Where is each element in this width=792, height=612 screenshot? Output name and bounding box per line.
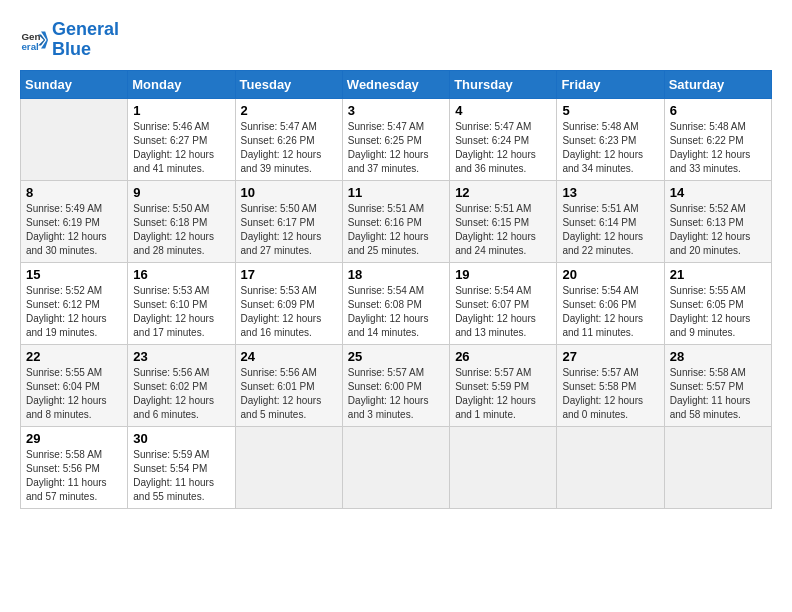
day-number: 27: [562, 349, 658, 364]
day-info: Sunrise: 5:46 AMSunset: 6:27 PMDaylight:…: [133, 120, 229, 176]
calendar-cell: [235, 426, 342, 508]
day-number: 3: [348, 103, 444, 118]
day-number: 24: [241, 349, 337, 364]
weekday-header-wednesday: Wednesday: [342, 70, 449, 98]
logo-text-line2: Blue: [52, 40, 119, 60]
day-number: 10: [241, 185, 337, 200]
svg-text:eral: eral: [21, 41, 39, 52]
day-info: Sunrise: 5:51 AMSunset: 6:15 PMDaylight:…: [455, 202, 551, 258]
calendar-cell: 27Sunrise: 5:57 AMSunset: 5:58 PMDayligh…: [557, 344, 664, 426]
calendar-week-row: 22Sunrise: 5:55 AMSunset: 6:04 PMDayligh…: [21, 344, 772, 426]
day-number: 16: [133, 267, 229, 282]
weekday-header-tuesday: Tuesday: [235, 70, 342, 98]
day-number: 25: [348, 349, 444, 364]
calendar-week-row: 8Sunrise: 5:49 AMSunset: 6:19 PMDaylight…: [21, 180, 772, 262]
day-number: 20: [562, 267, 658, 282]
logo-text-line1: General: [52, 20, 119, 40]
day-info: Sunrise: 5:58 AMSunset: 5:56 PMDaylight:…: [26, 448, 122, 504]
day-number: 9: [133, 185, 229, 200]
day-number: 23: [133, 349, 229, 364]
day-number: 8: [26, 185, 122, 200]
day-info: Sunrise: 5:52 AMSunset: 6:13 PMDaylight:…: [670, 202, 766, 258]
day-number: 22: [26, 349, 122, 364]
calendar-cell: 20Sunrise: 5:54 AMSunset: 6:06 PMDayligh…: [557, 262, 664, 344]
day-info: Sunrise: 5:50 AMSunset: 6:18 PMDaylight:…: [133, 202, 229, 258]
calendar-cell: [342, 426, 449, 508]
calendar-cell: 22Sunrise: 5:55 AMSunset: 6:04 PMDayligh…: [21, 344, 128, 426]
day-number: 28: [670, 349, 766, 364]
day-info: Sunrise: 5:54 AMSunset: 6:07 PMDaylight:…: [455, 284, 551, 340]
day-info: Sunrise: 5:53 AMSunset: 6:10 PMDaylight:…: [133, 284, 229, 340]
day-number: 12: [455, 185, 551, 200]
calendar-cell: 30Sunrise: 5:59 AMSunset: 5:54 PMDayligh…: [128, 426, 235, 508]
day-info: Sunrise: 5:51 AMSunset: 6:14 PMDaylight:…: [562, 202, 658, 258]
day-info: Sunrise: 5:47 AMSunset: 6:24 PMDaylight:…: [455, 120, 551, 176]
calendar-cell: 12Sunrise: 5:51 AMSunset: 6:15 PMDayligh…: [450, 180, 557, 262]
weekday-header-saturday: Saturday: [664, 70, 771, 98]
day-number: 6: [670, 103, 766, 118]
calendar-cell: [21, 98, 128, 180]
day-info: Sunrise: 5:55 AMSunset: 6:04 PMDaylight:…: [26, 366, 122, 422]
calendar-cell: 4Sunrise: 5:47 AMSunset: 6:24 PMDaylight…: [450, 98, 557, 180]
day-info: Sunrise: 5:47 AMSunset: 6:26 PMDaylight:…: [241, 120, 337, 176]
day-info: Sunrise: 5:54 AMSunset: 6:06 PMDaylight:…: [562, 284, 658, 340]
calendar-cell: 10Sunrise: 5:50 AMSunset: 6:17 PMDayligh…: [235, 180, 342, 262]
calendar-cell: 26Sunrise: 5:57 AMSunset: 5:59 PMDayligh…: [450, 344, 557, 426]
calendar-cell: 9Sunrise: 5:50 AMSunset: 6:18 PMDaylight…: [128, 180, 235, 262]
day-info: Sunrise: 5:57 AMSunset: 5:59 PMDaylight:…: [455, 366, 551, 422]
day-info: Sunrise: 5:49 AMSunset: 6:19 PMDaylight:…: [26, 202, 122, 258]
calendar-cell: 15Sunrise: 5:52 AMSunset: 6:12 PMDayligh…: [21, 262, 128, 344]
calendar-cell: 29Sunrise: 5:58 AMSunset: 5:56 PMDayligh…: [21, 426, 128, 508]
weekday-header-row: SundayMondayTuesdayWednesdayThursdayFrid…: [21, 70, 772, 98]
calendar-cell: [450, 426, 557, 508]
day-info: Sunrise: 5:56 AMSunset: 6:01 PMDaylight:…: [241, 366, 337, 422]
day-info: Sunrise: 5:59 AMSunset: 5:54 PMDaylight:…: [133, 448, 229, 504]
day-info: Sunrise: 5:53 AMSunset: 6:09 PMDaylight:…: [241, 284, 337, 340]
calendar-cell: 1Sunrise: 5:46 AMSunset: 6:27 PMDaylight…: [128, 98, 235, 180]
weekday-header-thursday: Thursday: [450, 70, 557, 98]
day-number: 14: [670, 185, 766, 200]
calendar-cell: 3Sunrise: 5:47 AMSunset: 6:25 PMDaylight…: [342, 98, 449, 180]
calendar-cell: 8Sunrise: 5:49 AMSunset: 6:19 PMDaylight…: [21, 180, 128, 262]
day-number: 1: [133, 103, 229, 118]
day-number: 26: [455, 349, 551, 364]
day-info: Sunrise: 5:47 AMSunset: 6:25 PMDaylight:…: [348, 120, 444, 176]
calendar-cell: 19Sunrise: 5:54 AMSunset: 6:07 PMDayligh…: [450, 262, 557, 344]
day-number: 15: [26, 267, 122, 282]
weekday-header-sunday: Sunday: [21, 70, 128, 98]
calendar-cell: 5Sunrise: 5:48 AMSunset: 6:23 PMDaylight…: [557, 98, 664, 180]
day-info: Sunrise: 5:48 AMSunset: 6:23 PMDaylight:…: [562, 120, 658, 176]
calendar-cell: [557, 426, 664, 508]
weekday-header-monday: Monday: [128, 70, 235, 98]
day-number: 4: [455, 103, 551, 118]
day-info: Sunrise: 5:55 AMSunset: 6:05 PMDaylight:…: [670, 284, 766, 340]
day-info: Sunrise: 5:57 AMSunset: 5:58 PMDaylight:…: [562, 366, 658, 422]
calendar-week-row: 29Sunrise: 5:58 AMSunset: 5:56 PMDayligh…: [21, 426, 772, 508]
day-number: 5: [562, 103, 658, 118]
day-info: Sunrise: 5:57 AMSunset: 6:00 PMDaylight:…: [348, 366, 444, 422]
calendar-cell: 13Sunrise: 5:51 AMSunset: 6:14 PMDayligh…: [557, 180, 664, 262]
day-info: Sunrise: 5:56 AMSunset: 6:02 PMDaylight:…: [133, 366, 229, 422]
calendar-cell: 23Sunrise: 5:56 AMSunset: 6:02 PMDayligh…: [128, 344, 235, 426]
calendar-week-row: 1Sunrise: 5:46 AMSunset: 6:27 PMDaylight…: [21, 98, 772, 180]
day-number: 30: [133, 431, 229, 446]
calendar-cell: 11Sunrise: 5:51 AMSunset: 6:16 PMDayligh…: [342, 180, 449, 262]
weekday-header-friday: Friday: [557, 70, 664, 98]
day-info: Sunrise: 5:48 AMSunset: 6:22 PMDaylight:…: [670, 120, 766, 176]
calendar-cell: 25Sunrise: 5:57 AMSunset: 6:00 PMDayligh…: [342, 344, 449, 426]
day-number: 2: [241, 103, 337, 118]
day-number: 13: [562, 185, 658, 200]
day-info: Sunrise: 5:50 AMSunset: 6:17 PMDaylight:…: [241, 202, 337, 258]
day-info: Sunrise: 5:51 AMSunset: 6:16 PMDaylight:…: [348, 202, 444, 258]
day-info: Sunrise: 5:54 AMSunset: 6:08 PMDaylight:…: [348, 284, 444, 340]
calendar-cell: 2Sunrise: 5:47 AMSunset: 6:26 PMDaylight…: [235, 98, 342, 180]
day-number: 21: [670, 267, 766, 282]
calendar-cell: 17Sunrise: 5:53 AMSunset: 6:09 PMDayligh…: [235, 262, 342, 344]
calendar-cell: 16Sunrise: 5:53 AMSunset: 6:10 PMDayligh…: [128, 262, 235, 344]
day-info: Sunrise: 5:58 AMSunset: 5:57 PMDaylight:…: [670, 366, 766, 422]
day-info: Sunrise: 5:52 AMSunset: 6:12 PMDaylight:…: [26, 284, 122, 340]
calendar-cell: 21Sunrise: 5:55 AMSunset: 6:05 PMDayligh…: [664, 262, 771, 344]
day-number: 17: [241, 267, 337, 282]
day-number: 18: [348, 267, 444, 282]
logo: Gen eral General Blue: [20, 20, 119, 60]
